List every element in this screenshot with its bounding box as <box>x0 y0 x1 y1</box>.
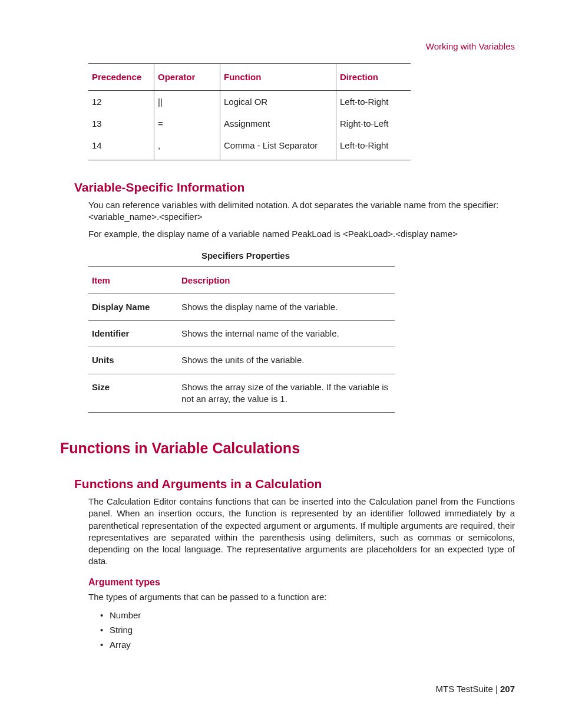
cell-direction: Left-to-Right <box>336 134 411 160</box>
paragraph: For example, the display name of a varia… <box>88 228 515 240</box>
cell-direction: Right-to-Left <box>336 113 411 134</box>
list-item: String <box>100 622 515 637</box>
table-row: Units Shows the units of the variable. <box>88 347 395 374</box>
cell-direction: Left-to-Right <box>336 91 411 113</box>
table-row: 13 = Assignment Right-to-Left <box>88 113 411 134</box>
specifiers-table: Item Description Display Name Shows the … <box>88 266 395 413</box>
table-header-row: Precedence Operator Function Direction <box>88 64 411 91</box>
cell-description: Shows the display name of the variable. <box>178 294 395 320</box>
footer-sep: | <box>493 684 500 694</box>
cell-function: Comma - List Separator <box>220 134 336 160</box>
section-title-functions: Functions in Variable Calculations <box>60 440 515 457</box>
cell-operator: = <box>154 113 220 134</box>
cell-item: Display Name <box>88 294 178 320</box>
col-header-precedence: Precedence <box>88 64 154 91</box>
col-header-operator: Operator <box>154 64 220 91</box>
footer-page-number: 207 <box>500 684 515 694</box>
cell-item: Identifier <box>88 321 178 347</box>
cell-precedence: 14 <box>88 134 154 160</box>
paragraph: You can reference variables with delimit… <box>88 199 515 223</box>
cell-precedence: 13 <box>88 113 154 134</box>
page-footer: MTS TestSuite | 207 <box>435 684 515 694</box>
col-header-item: Item <box>88 266 178 294</box>
cell-function: Logical OR <box>220 91 336 113</box>
cell-description: Shows the internal name of the variable. <box>178 321 395 347</box>
cell-description: Shows the array size of the variable. If… <box>178 374 395 413</box>
paragraph: The Calculation Editor contains function… <box>88 496 515 568</box>
table-row: Size Shows the array size of the variabl… <box>88 374 395 413</box>
cell-item: Units <box>88 347 178 374</box>
breadcrumb: Working with Variables <box>47 41 515 51</box>
subheading-argument-types: Argument types <box>88 577 515 588</box>
paragraph: The types of arguments that can be passe… <box>88 591 515 603</box>
argument-types-list: Number String Array <box>88 608 515 652</box>
list-item: Array <box>100 637 515 652</box>
cell-operator: || <box>154 91 220 113</box>
table-caption: Specifiers Properties <box>0 251 515 261</box>
table-header-row: Item Description <box>88 266 395 294</box>
table-row: Display Name Shows the display name of t… <box>88 294 395 320</box>
table-row: Identifier Shows the internal name of th… <box>88 321 395 347</box>
cell-item: Size <box>88 374 178 413</box>
cell-operator: , <box>154 134 220 160</box>
list-item: Number <box>100 608 515 622</box>
cell-precedence: 12 <box>88 91 154 113</box>
section-title-variable-specific: Variable-Specific Information <box>74 180 515 195</box>
cell-function: Assignment <box>220 113 336 134</box>
precedence-table: Precedence Operator Function Direction 1… <box>88 63 411 160</box>
col-header-function: Function <box>220 64 336 91</box>
col-header-description: Description <box>178 266 395 294</box>
table-row: 12 || Logical OR Left-to-Right <box>88 91 411 113</box>
cell-description: Shows the units of the variable. <box>178 347 395 374</box>
footer-product: MTS TestSuite <box>435 684 492 694</box>
table-row: 14 , Comma - List Separator Left-to-Righ… <box>88 134 411 160</box>
section-subtitle-functions-args: Functions and Arguments in a Calculation <box>74 477 515 491</box>
col-header-direction: Direction <box>336 64 411 91</box>
